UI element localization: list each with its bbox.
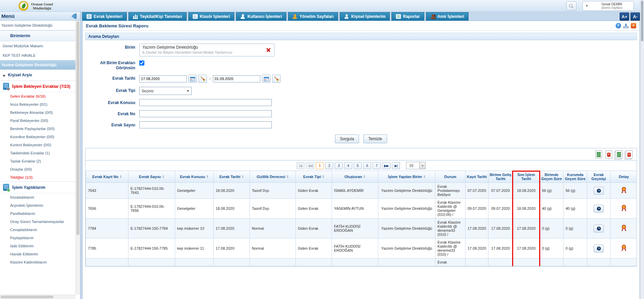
font-decrease-button[interactable]: A- (630, 13, 640, 21)
excel-export-all-icon[interactable] (616, 150, 622, 158)
page-size-select[interactable]: 10 ▼ (406, 162, 426, 169)
evrak-sayisi-input[interactable] (139, 121, 272, 128)
table-row[interactable]: 7784 E-17827444-150-7784 kep mükerrer 10… (86, 219, 637, 239)
nav-tab[interactable]: Raporlar (391, 12, 424, 21)
column-header[interactable]: Kayıt Tarihi (466, 171, 488, 183)
sidebar-item[interactable]: Taslak Evraklar (2) (0, 157, 75, 165)
sorgula-button[interactable]: Sorgula (335, 134, 359, 143)
sidebar-vertical-scrollbar[interactable] (75, 21, 80, 295)
column-header[interactable]: Evrak Tarihi (214, 171, 250, 183)
page-number-button[interactable]: 3 (335, 162, 343, 169)
temizle-button[interactable]: Temizle (363, 134, 387, 143)
page-number-button[interactable]: 7 (373, 162, 381, 169)
nav-tab[interactable]: Amir İşlemleri (426, 12, 469, 21)
detail-ribbon-icon[interactable] (621, 245, 626, 252)
sidebar-item[interactable]: Havale Ettiklerim (0, 250, 75, 258)
calendar-icon[interactable] (262, 75, 270, 83)
column-header[interactable]: Detay (611, 171, 637, 183)
sidebar-item[interactable]: Klasöre Kaldırdıklarım (0, 258, 75, 266)
clear-birim-icon[interactable] (265, 47, 271, 53)
column-header[interactable]: Birime Geliş Tarihi (488, 171, 513, 183)
page-scrollbar[interactable] (640, 0, 644, 299)
sidebar-item[interactable]: Genel Müdürlük Makamı (0, 41, 75, 51)
evrak-tipi-select[interactable]: Seçiniz (139, 87, 192, 95)
pdf-export-icon[interactable] (605, 150, 612, 158)
clear-date-broom-icon[interactable] (198, 75, 207, 83)
column-header[interactable]: Evrak Tipi (296, 171, 332, 183)
column-header[interactable]: Gizlilik Derecesi (250, 171, 296, 183)
sidebar-item[interactable]: Kontrol Bekleyenler (0/0) (0, 141, 75, 149)
nav-tab[interactable]: Yönetim Sayfaları (288, 12, 338, 21)
sidebar-item[interactable]: Tebliğler (1/3) (0, 173, 75, 181)
page-number-button[interactable]: 1 (316, 162, 324, 169)
last-page-button[interactable]: ▶| (392, 162, 400, 169)
detail-ribbon-icon[interactable] (621, 225, 626, 232)
excel-export-icon[interactable] (595, 150, 602, 158)
history-clock-button[interactable] (594, 225, 604, 232)
table-row[interactable]: 7785 E-17827444-150-7785 kep mükerrer 11… (86, 239, 637, 258)
pdf-export-all-icon[interactable] (626, 150, 633, 158)
history-clock-button[interactable] (594, 245, 604, 252)
detail-ribbon-icon[interactable] (621, 205, 626, 212)
nav-tab[interactable]: Kişisel İşlemlerim (340, 12, 390, 21)
sidebar-item[interactable]: Onay Süreci Tamamlanmayanlar (0, 218, 75, 226)
sidebar-item[interactable]: İmzaladıklarım (0, 193, 75, 201)
sidebar-item[interactable]: Cevapladıklarım (0, 226, 75, 234)
page-number-button[interactable]: 4 (344, 162, 352, 169)
font-increase-button[interactable]: A+ (620, 13, 629, 21)
page-number-button[interactable]: 2 (325, 162, 333, 169)
calendar-icon[interactable] (188, 75, 197, 83)
column-header[interactable]: Birimde Geçen Süre (540, 171, 564, 183)
download-icon[interactable] (623, 23, 629, 28)
sidebar-item[interactable]: Takibimdeki Evraklar (1) (0, 149, 75, 157)
history-clock-button[interactable] (594, 187, 604, 195)
sidebar-item[interactable]: İade Ettiklerim (0, 242, 75, 250)
column-header[interactable]: Evrak Geçmişi (587, 171, 611, 183)
column-header[interactable]: Son İşlem Tarihi (513, 171, 540, 183)
date-from-input[interactable] (139, 75, 187, 82)
nav-tab[interactable]: Klasör İşlemleri (188, 12, 234, 21)
help-icon[interactable]: ? (616, 23, 621, 28)
sidebar-item[interactable]: İşlem Yaptıklarım (0, 181, 75, 193)
sidebar-item[interactable]: İmza Bekleyenler (0/1) (0, 100, 75, 108)
close-icon[interactable]: × (631, 23, 636, 28)
prev-page-button[interactable]: ◀◀ (306, 162, 314, 169)
sidebar-item[interactable]: Paylaştıklarım (0, 234, 75, 242)
history-clock-button[interactable] (594, 205, 604, 213)
first-page-button[interactable]: |◀ (296, 162, 305, 169)
search-button[interactable] (566, 1, 576, 10)
sidebar-item[interactable]: Paraf Bekleyenler (0/0) (0, 117, 75, 125)
page-number-button[interactable]: 6 (363, 162, 371, 169)
sidebar-item[interactable]: Kişisel Arşiv (0, 70, 75, 80)
column-header[interactable]: Kurumda Geçen Süre (564, 171, 587, 183)
sidebar-item[interactable]: Koordine Bekleyenler (0/0) (0, 133, 75, 141)
alt-birim-checkbox[interactable] (139, 60, 144, 66)
column-header[interactable]: Evrak Kayıt No (86, 171, 128, 183)
column-header[interactable]: Durum (435, 171, 466, 183)
next-page-button[interactable]: ▶▶ (382, 162, 390, 169)
evrak-no-input[interactable] (139, 110, 272, 117)
sidebar-item[interactable]: Gelen Evraklar (6/16) (0, 92, 75, 100)
sidebar-item[interactable]: Beklemeye Alınanlar (0/0) (0, 108, 75, 117)
sidebar-item[interactable]: Benimle Paylaşılanlar (0/0) (0, 125, 75, 133)
nav-tab[interactable]: Kullanıcı İşlemleri (236, 12, 286, 21)
column-header[interactable]: İşlem Yapılan Birim (378, 171, 435, 183)
sidebar-item[interactable]: Parafladıklarım (0, 209, 75, 218)
sidebar-item[interactable]: Onaylar (0/0) (0, 165, 75, 173)
sidebar-item[interactable]: Yazılım Geliştirme Direktörlüğü (0, 60, 75, 70)
date-to-input[interactable] (213, 75, 260, 82)
column-header[interactable]: Evrak Konusu (175, 171, 214, 183)
nav-tab[interactable]: Evrak İşlemleri (82, 12, 127, 21)
column-header[interactable]: Evrak Sayısı (128, 171, 175, 183)
detail-ribbon-icon[interactable] (621, 187, 626, 194)
table-row[interactable]: 7643 E-17827444-010.06-7643 Genelgeler 1… (86, 183, 637, 199)
clear-date-broom-icon[interactable] (272, 75, 281, 83)
collapse-menu-icon[interactable] (71, 14, 77, 19)
evrak-konusu-input[interactable] (139, 99, 272, 106)
sidebar-item[interactable]: Arşivdeki İşlemlerim (0, 201, 75, 209)
birim-field[interactable]: Yazılım Geliştirme Direktörlüğü E-Devlet… (139, 44, 275, 56)
sidebar-item[interactable]: KEP TEST HAVALE (0, 51, 75, 60)
table-row[interactable]: Evrak (86, 258, 637, 266)
sidebar-item[interactable]: Yazılım Geliştirme Direktörlüğü (0, 21, 75, 30)
table-row[interactable]: 7656 E-17827444-010.06-7656 Genelgeler 1… (86, 199, 637, 219)
